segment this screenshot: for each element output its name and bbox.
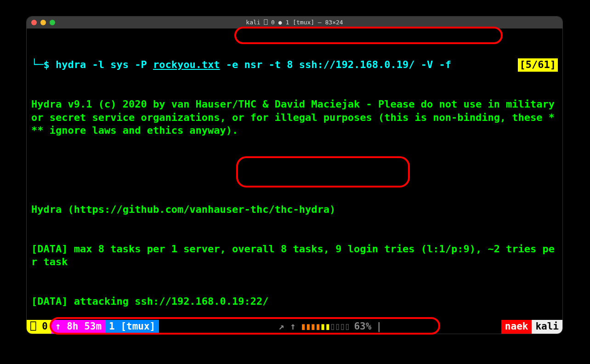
terminal-output[interactable]: └─$ hydra -l sys -P rockyou.txt -e nsr -…	[27, 28, 562, 334]
window-title: kali ⎕ 0 ● 1 [tmux] — 83×24	[246, 19, 343, 27]
cmd-post: -e nsr -t 8 ssh://192.168.0.19/ -V -f	[220, 59, 451, 70]
minimize-icon[interactable]	[40, 20, 46, 25]
status-session[interactable]: ⎕ 0	[27, 320, 51, 334]
search-counter: [5/61]	[518, 58, 558, 72]
data-line-0: [DATA] max 8 tasks per 1 server, overall…	[31, 243, 558, 269]
prompt-symbol: └─$	[31, 59, 50, 70]
prompt-line: └─$ hydra -l sys -P rockyou.txt -e nsr -…	[31, 58, 558, 72]
link-line: Hydra (https://github.com/vanhauser-thc/…	[31, 203, 558, 216]
cmd-pre: hydra -l sys -P	[56, 59, 153, 70]
terminal-window: kali ⎕ 0 ● 1 [tmux] — 83×24 └─$ hydra -l…	[27, 17, 562, 334]
data-line-1: [DATA] attacking ssh://192.168.0.19:22/	[31, 295, 558, 308]
status-center: ↗ ↑ ▮▮▮▮▮▮▯▯▯▯ 63% |	[159, 320, 501, 334]
separator: |	[376, 320, 382, 333]
cmd-file: rockyou.txt	[153, 59, 220, 70]
status-user: naek	[501, 320, 532, 334]
status-uptime: ↑ 8h 53m	[51, 320, 105, 334]
window-titlebar: kali ⎕ 0 ● 1 [tmux] — 83×24	[27, 17, 562, 28]
banner-text: Hydra v9.1 (c) 2020 by van Hauser/THC & …	[31, 98, 558, 137]
net-arrows-icon: ↗ ↑	[278, 320, 296, 333]
zoom-icon[interactable]	[50, 20, 55, 25]
traffic-lights	[31, 20, 55, 25]
battery-icon: ▮▮▮▮▮▮▯▯▯▯	[301, 320, 349, 333]
close-icon[interactable]	[31, 20, 37, 25]
status-window[interactable]: 1 [tmux]	[105, 320, 159, 334]
battery-percent: 63%	[354, 320, 371, 333]
tmux-statusbar: ⎕ 0 ↑ 8h 53m 1 [tmux] ↗ ↑ ▮▮▮▮▮▮▯▯▯▯ 63%…	[27, 320, 562, 334]
status-host: kali	[532, 320, 562, 334]
